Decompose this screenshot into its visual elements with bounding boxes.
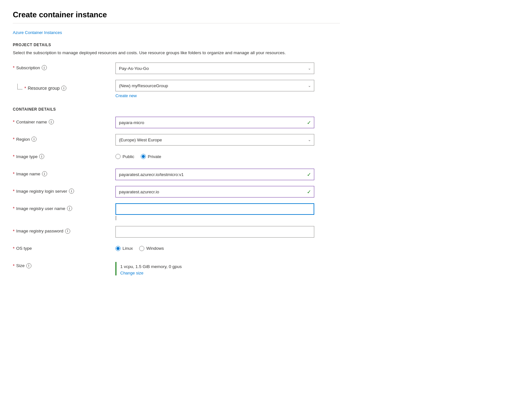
- size-info-icon[interactable]: i: [26, 263, 31, 268]
- resource-group-select[interactable]: (New) myResourceGroup: [115, 80, 314, 91]
- image-type-public-option[interactable]: Public: [115, 154, 134, 159]
- container-name-info-icon[interactable]: i: [49, 119, 54, 124]
- container-name-row: * Container name i ✓: [13, 117, 340, 128]
- project-details-description: Select the subscription to manage deploy…: [13, 50, 340, 56]
- image-registry-login-server-required-star: *: [13, 189, 14, 194]
- os-type-linux-label: Linux: [122, 246, 133, 251]
- container-name-input[interactable]: [115, 117, 314, 128]
- image-type-private-option[interactable]: Private: [141, 154, 161, 159]
- image-type-radio-group: Public Private: [115, 151, 314, 159]
- region-select-wrapper: (Europe) West Europe ⌄: [115, 134, 314, 146]
- os-type-windows-option[interactable]: Windows: [139, 246, 164, 251]
- image-name-info-icon[interactable]: i: [42, 171, 47, 176]
- image-registry-password-label: * Image registry password i: [13, 226, 115, 234]
- os-type-windows-label: Windows: [146, 246, 164, 251]
- image-name-control: ✓: [115, 169, 314, 180]
- change-size-link[interactable]: Change size: [120, 271, 182, 275]
- image-registry-login-server-info-icon[interactable]: i: [69, 189, 74, 194]
- image-name-row: * Image name i ✓: [13, 169, 340, 180]
- region-label: * Region i: [13, 134, 115, 142]
- os-type-required-star: *: [13, 246, 14, 251]
- top-divider: [13, 23, 340, 23]
- image-type-private-radio[interactable]: [141, 154, 146, 159]
- subscription-select-wrapper: Pay-As-You-Go ⌄: [115, 63, 314, 74]
- image-type-private-label: Private: [148, 154, 161, 159]
- image-registry-password-row: * Image registry password i: [13, 226, 340, 238]
- container-details-section-title: CONTAINER DETAILS: [13, 107, 340, 112]
- image-registry-user-name-input-wrapper: [115, 203, 314, 220]
- image-type-public-radio[interactable]: [115, 154, 121, 159]
- size-control: 1 vcpu, 1.5 GiB memory, 0 gpus Change si…: [115, 261, 314, 276]
- create-new-link[interactable]: Create new: [115, 93, 137, 98]
- image-registry-password-control: [115, 226, 314, 238]
- image-registry-password-info-icon[interactable]: i: [65, 229, 70, 234]
- os-type-linux-option[interactable]: Linux: [115, 246, 133, 251]
- region-required-star: *: [13, 137, 14, 142]
- subscription-label: * Subscription i: [13, 63, 115, 70]
- os-type-linux-radio[interactable]: [115, 246, 121, 251]
- image-registry-user-name-input[interactable]: [115, 203, 314, 215]
- cursor-blink: [116, 216, 116, 220]
- container-name-control: ✓: [115, 117, 314, 128]
- subscription-required-star: *: [13, 65, 14, 70]
- image-registry-user-name-label: * Image registry user name i: [13, 203, 115, 211]
- os-type-control: Linux Windows: [115, 243, 314, 251]
- image-type-label: * Image type i: [13, 151, 115, 159]
- size-row: * Size i 1 vcpu, 1.5 GiB memory, 0 gpus …: [13, 261, 340, 276]
- subscription-select[interactable]: Pay-As-You-Go: [115, 63, 314, 74]
- container-name-label: * Container name i: [13, 117, 115, 124]
- resource-group-required-star: *: [24, 86, 26, 91]
- size-content: 1 vcpu, 1.5 GiB memory, 0 gpus Change si…: [115, 261, 314, 276]
- region-control: (Europe) West Europe ⌄: [115, 134, 314, 146]
- image-registry-login-server-control: ✓: [115, 186, 314, 197]
- resource-group-row: * Resource group i (New) myResourceGroup…: [13, 80, 340, 98]
- size-required-star: *: [13, 263, 14, 268]
- resource-group-control: (New) myResourceGroup ⌄ Create new: [115, 80, 314, 98]
- image-registry-login-server-input-wrapper: ✓: [115, 186, 314, 197]
- container-name-check-icon: ✓: [307, 120, 311, 126]
- image-registry-password-input-wrapper: [115, 226, 314, 238]
- resource-group-info-icon[interactable]: i: [61, 86, 66, 91]
- image-type-control: Public Private: [115, 151, 314, 159]
- breadcrumb-link[interactable]: Azure Container Instances: [13, 30, 62, 35]
- region-row: * Region i (Europe) West Europe ⌄: [13, 134, 340, 146]
- image-registry-login-server-row: * Image registry login server i ✓: [13, 186, 340, 197]
- container-name-input-wrapper: ✓: [115, 117, 314, 128]
- image-name-label: * Image name i: [13, 169, 115, 176]
- image-registry-password-required-star: *: [13, 229, 14, 234]
- image-name-input-wrapper: ✓: [115, 169, 314, 180]
- subscription-row: * Subscription i Pay-As-You-Go ⌄: [13, 63, 340, 74]
- image-registry-user-name-required-star: *: [13, 206, 14, 211]
- image-registry-user-name-control: [115, 203, 314, 220]
- size-bar-indicator: [115, 262, 116, 275]
- subscription-control: Pay-As-You-Go ⌄: [115, 63, 314, 74]
- os-type-windows-radio[interactable]: [139, 246, 144, 251]
- os-type-radio-group: Linux Windows: [115, 243, 314, 251]
- size-value: 1 vcpu, 1.5 GiB memory, 0 gpus: [120, 261, 182, 270]
- image-registry-user-name-info-icon[interactable]: i: [67, 206, 72, 211]
- image-type-info-icon[interactable]: i: [39, 154, 44, 159]
- region-select[interactable]: (Europe) West Europe: [115, 134, 314, 146]
- image-registry-user-name-row: * Image registry user name i: [13, 203, 340, 220]
- image-name-required-star: *: [13, 171, 14, 176]
- image-registry-login-server-check-icon: ✓: [307, 189, 311, 195]
- container-name-required-star: *: [13, 119, 14, 124]
- indent-bracket: [17, 84, 22, 89]
- subscription-info-icon[interactable]: i: [42, 65, 47, 70]
- image-registry-login-server-input[interactable]: [115, 186, 314, 197]
- project-details-section-title: PROJECT DETAILS: [13, 43, 340, 47]
- image-type-required-star: *: [13, 154, 14, 159]
- resource-group-select-wrapper: (New) myResourceGroup ⌄: [115, 80, 314, 91]
- image-registry-password-input[interactable]: [115, 226, 314, 238]
- size-text-block: 1 vcpu, 1.5 GiB memory, 0 gpus Change si…: [120, 261, 182, 276]
- page-title: Create container instance: [13, 10, 340, 19]
- os-type-row: * OS type Linux Windows: [13, 243, 340, 255]
- image-type-row: * Image type i Public Private: [13, 151, 340, 163]
- image-name-check-icon: ✓: [307, 172, 311, 178]
- os-type-label: * OS type: [13, 243, 115, 251]
- image-registry-login-server-label: * Image registry login server i: [13, 186, 115, 194]
- size-label: * Size i: [13, 261, 115, 268]
- resource-group-label: Resource group: [28, 86, 60, 91]
- image-name-input[interactable]: [115, 169, 314, 180]
- region-info-icon[interactable]: i: [31, 137, 37, 142]
